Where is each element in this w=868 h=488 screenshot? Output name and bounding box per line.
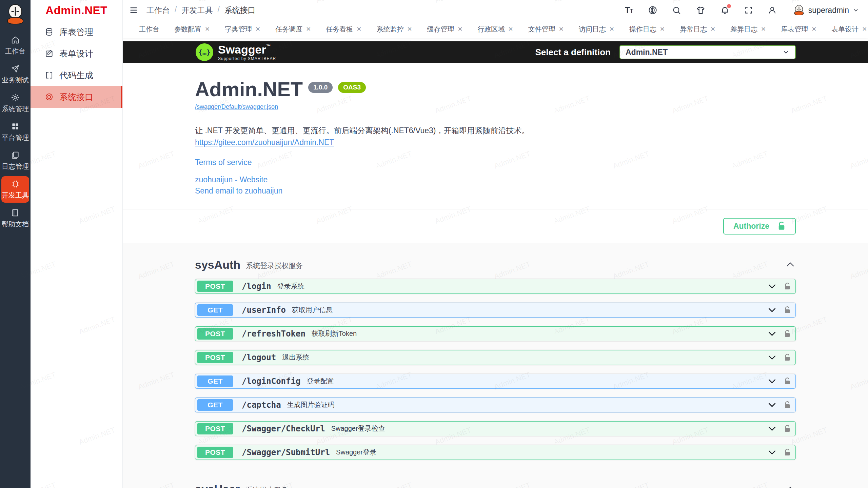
tab-item[interactable]: 异常日志✕ [674, 22, 722, 36]
tab-close-icon[interactable]: ✕ [559, 26, 564, 32]
endpoint-row[interactable]: POST /logout 退出系统 [195, 350, 796, 365]
tab-close-icon[interactable]: ✕ [660, 26, 665, 32]
chevron-up-icon[interactable] [785, 484, 796, 488]
endpoint-row[interactable]: POST /login 登录系统 [195, 279, 796, 294]
app-logo-avatar[interactable] [4, 3, 26, 25]
lock-icon[interactable] [784, 330, 791, 338]
tab-close-icon[interactable]: ✕ [306, 26, 311, 32]
tab-item[interactable]: 差异日志✕ [724, 22, 772, 36]
tab-item[interactable]: 任务调度✕ [269, 22, 317, 36]
notification-bell-icon[interactable] [720, 5, 730, 15]
search-icon[interactable] [672, 6, 681, 15]
sidebar-item-form[interactable]: 表单设计 [31, 43, 122, 64]
tag-description: 系统用户服务 [245, 485, 288, 488]
expand-chevron-icon[interactable] [767, 329, 777, 339]
tab-close-icon[interactable]: ✕ [811, 26, 816, 32]
expand-chevron-icon[interactable] [767, 400, 777, 410]
tab-item[interactable]: 访问日志✕ [573, 22, 620, 36]
tab-label: 缓存管理 [427, 25, 454, 34]
authorize-button[interactable]: Authorize [723, 218, 796, 235]
rail-item-book[interactable]: 帮助文档 [1, 205, 29, 231]
endpoint-row[interactable]: GET /loginConfig 登录配置 [195, 374, 796, 389]
tag-header-sysUser[interactable]: sysUser 系统用户服务 [195, 481, 796, 488]
tab-item[interactable]: 字典管理✕ [219, 22, 267, 36]
chevron-up-icon[interactable] [785, 259, 796, 270]
tab-close-icon[interactable]: ✕ [609, 26, 614, 32]
menu-fold-icon[interactable] [129, 5, 138, 15]
chip-icon [11, 180, 20, 188]
swagger-content: {…} Swagger™ Supported by SMARTBEAR Sele… [123, 38, 868, 488]
definition-select[interactable]: Admin.NET [619, 45, 796, 59]
sidebar-item-db[interactable]: 库表管理 [31, 21, 122, 43]
api-description: 让 .NET 开发更简单、更通用、更流行。前后端分离架构(.NET6/Vue3)… [195, 125, 796, 136]
rail-item-chip[interactable]: 开发工具 [1, 176, 29, 203]
endpoint-row[interactable]: GET /userInfo 获取用户信息 [195, 303, 796, 318]
tab-close-icon[interactable]: ✕ [457, 26, 462, 32]
lock-icon[interactable] [784, 425, 791, 433]
expand-chevron-icon[interactable] [767, 352, 777, 363]
tab-label: 文件管理 [528, 25, 555, 34]
expand-chevron-icon[interactable] [767, 305, 777, 315]
lock-icon[interactable] [784, 282, 791, 290]
tab-item[interactable]: 库表管理✕ [775, 22, 823, 36]
fullscreen-icon[interactable] [744, 6, 753, 15]
lock-icon[interactable] [784, 448, 791, 456]
endpoint-path: /captcha [242, 400, 281, 410]
rail-item-send[interactable]: 业务测试 [1, 61, 29, 87]
sidebar-item-api[interactable]: 系统接口 [31, 86, 122, 108]
tab-item[interactable]: 系统监控✕ [370, 22, 418, 36]
tab-item[interactable]: 参数配置✕ [168, 22, 216, 36]
tab-close-icon[interactable]: ✕ [205, 26, 210, 32]
lock-icon[interactable] [784, 306, 791, 314]
tag-header-sysAuth[interactable]: sysAuth 系统登录授权服务 [195, 256, 796, 279]
tab-close-icon[interactable]: ✕ [255, 26, 260, 32]
breadcrumb-item[interactable]: 工作台 [146, 5, 170, 16]
book-icon [11, 208, 20, 217]
spec-json-link[interactable]: /swagger/Default/swagger.json [195, 103, 278, 110]
theme-icon[interactable] [696, 5, 706, 15]
method-badge: POST [197, 281, 233, 292]
language-icon[interactable] [648, 5, 657, 15]
tab-label: 异常日志 [680, 25, 707, 34]
sidebar-item-code[interactable]: 代码生成 [31, 64, 122, 86]
expand-chevron-icon[interactable] [767, 376, 777, 386]
endpoint-row[interactable]: GET /captcha 生成图片验证码 [195, 398, 796, 412]
tab-item[interactable]: 任务看板✕ [320, 22, 368, 36]
rail-item-gear[interactable]: 系统管理 [1, 90, 29, 116]
expand-chevron-icon[interactable] [767, 424, 777, 434]
tab-close-icon[interactable]: ✕ [761, 26, 766, 32]
tab-item[interactable]: 文件管理✕ [522, 22, 570, 36]
rail-item-logs[interactable]: 日志管理 [1, 147, 29, 174]
tab-close-icon[interactable]: ✕ [407, 26, 412, 32]
breadcrumb-item[interactable]: 开发工具 [181, 5, 213, 16]
email-link[interactable]: Send email to zuohuaijun [195, 186, 796, 196]
tab-close-icon[interactable]: ✕ [356, 26, 361, 32]
font-size-icon[interactable]: TT [625, 5, 633, 15]
rail-item-grid[interactable]: 平台管理 [1, 119, 29, 145]
tab-close-icon[interactable]: ✕ [508, 26, 513, 32]
home-icon [11, 36, 20, 44]
tab-close-icon[interactable]: ✕ [710, 26, 715, 32]
tab-item[interactable]: 操作日志✕ [623, 22, 671, 36]
terms-link[interactable]: Terms of service [195, 158, 796, 167]
user-menu[interactable]: superadmin [791, 3, 859, 17]
tab-item[interactable]: 缓存管理✕ [421, 22, 469, 36]
user-icon[interactable] [768, 6, 777, 15]
lock-icon[interactable] [784, 377, 791, 385]
tab-item[interactable]: 行政区域✕ [472, 22, 519, 36]
tab-close-icon[interactable]: ✕ [862, 26, 867, 32]
endpoint-row[interactable]: POST /Swagger/SubmitUrl Swagger登录 [195, 445, 796, 460]
rail-item-home[interactable]: 工作台 [1, 32, 29, 59]
tab-item[interactable]: 工作台 [133, 22, 165, 36]
repo-link[interactable]: https://gitee.com/zuohuaijun/Admin.NET [195, 138, 334, 147]
grid-icon [11, 122, 20, 131]
website-link[interactable]: zuohuaijun - Website [195, 175, 796, 184]
lock-icon[interactable] [784, 353, 791, 362]
expand-chevron-icon[interactable] [767, 447, 777, 458]
endpoint-description: 退出系统 [282, 353, 309, 362]
lock-icon[interactable] [784, 401, 791, 409]
endpoint-row[interactable]: POST /refreshToken 获取刷新Token [195, 326, 796, 341]
expand-chevron-icon[interactable] [767, 281, 777, 291]
tab-item[interactable]: 表单设计✕ [825, 22, 868, 36]
endpoint-row[interactable]: POST /Swagger/CheckUrl Swagger登录检查 [195, 421, 796, 436]
